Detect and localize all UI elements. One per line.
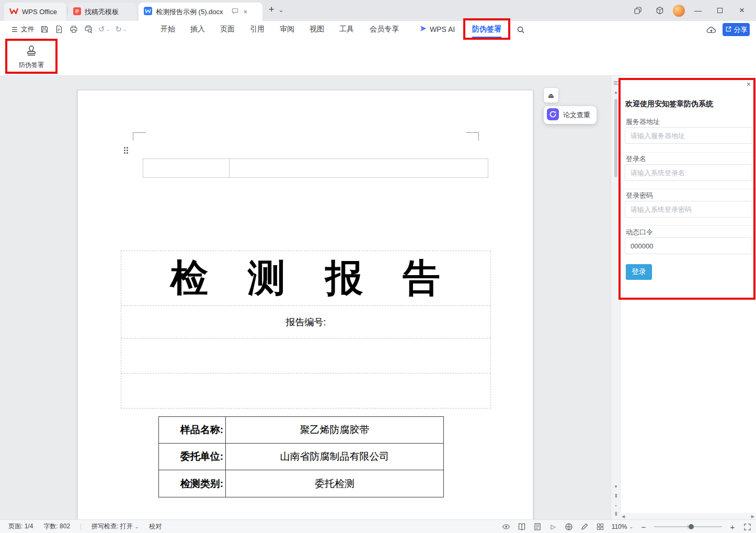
row-value: 委托检测 xyxy=(226,470,443,497)
title-block[interactable]: 检 测 报 告 报告编号: xyxy=(121,251,491,409)
tab-label: 检测报告示例 (5).docx xyxy=(156,7,223,17)
row-label: 委托单位: xyxy=(159,444,226,470)
tab-review[interactable]: 审阅 xyxy=(274,21,300,38)
proofread-button[interactable]: 校对 xyxy=(149,522,162,531)
annotation-box-ribbon-button xyxy=(5,39,58,74)
empty-row[interactable] xyxy=(121,373,490,408)
web-layout-icon[interactable] xyxy=(565,523,574,531)
previous-page-icon[interactable]: ⇞ xyxy=(611,492,621,500)
read-mode-icon[interactable] xyxy=(518,523,526,531)
redo-button[interactable]: ↻ ⌄ xyxy=(115,25,127,34)
save-icon[interactable] xyxy=(40,25,49,34)
panel-horizontal-scrollbar[interactable]: ◀ ▶ xyxy=(620,513,756,519)
file-menu-button[interactable]: ☰ 文件 xyxy=(7,23,39,36)
divider xyxy=(81,524,81,530)
scroll-left-icon[interactable]: ◀ xyxy=(622,514,625,519)
tab-start[interactable]: 开始 xyxy=(155,21,181,38)
word-doc-icon xyxy=(144,7,152,17)
app-center-icon[interactable] xyxy=(651,3,669,18)
scrollbar-thumb[interactable] xyxy=(614,99,617,177)
spellcheck-toggle[interactable]: 拼写检查: 打开 ⌄ xyxy=(91,522,139,531)
tab-page-layout[interactable]: 页面 xyxy=(214,21,240,38)
close-window-button[interactable]: × xyxy=(733,3,751,18)
table-row[interactable]: 委托单位: 山南省防腐制品有限公司 xyxy=(159,444,443,470)
row-label: 检测类别: xyxy=(159,470,226,497)
next-page-icon[interactable]: ⇟ xyxy=(611,510,621,517)
sample-info-table[interactable]: 样品名称: 聚乙烯防腐胶带 委托单位: 山南省防腐制品有限公司 检测类别: 委托… xyxy=(158,416,444,497)
row-value: 山南省防腐制品有限公司 xyxy=(226,444,443,470)
tab-wps-ai[interactable]: WPS AI xyxy=(415,21,460,38)
zoom-level-dropdown[interactable]: 110% ⌄ xyxy=(612,523,633,530)
empty-row[interactable] xyxy=(121,338,490,373)
search-icon[interactable] xyxy=(515,24,526,36)
margin-corner-mark-right xyxy=(466,132,479,141)
redo-icon: ↻ xyxy=(115,25,122,34)
ink-pen-icon[interactable] xyxy=(580,523,589,531)
zoom-in-button[interactable]: + xyxy=(729,523,736,531)
user-avatar[interactable] xyxy=(673,5,685,17)
multi-window-icon[interactable] xyxy=(629,3,647,18)
tab-wps-office-home[interactable]: WPS Office xyxy=(4,3,66,21)
maximize-button[interactable] xyxy=(711,3,729,18)
tab-separator xyxy=(67,7,67,15)
page-indicator[interactable]: 页面: 1/4 xyxy=(8,522,33,531)
tab-active-document[interactable]: 检测报告示例 (5).docx × xyxy=(139,3,262,21)
scroll-right-icon[interactable]: ▶ xyxy=(751,514,754,519)
print-icon[interactable] xyxy=(69,25,78,34)
file-menu-label: 文件 xyxy=(21,25,35,34)
tab-member-exclusive[interactable]: 会员专享 xyxy=(363,21,405,38)
layout-grid-icon[interactable] xyxy=(596,523,605,531)
zoom-level-value: 110% xyxy=(612,523,627,530)
print-preview-icon[interactable] xyxy=(84,25,93,34)
zoom-out-button[interactable]: − xyxy=(640,523,647,531)
margin-corner-mark-left xyxy=(133,132,146,141)
header-table-cell[interactable] xyxy=(230,159,488,177)
word-count[interactable]: 字数: 802 xyxy=(43,522,70,531)
fit-page-icon[interactable] xyxy=(743,523,752,531)
wps-logo-icon xyxy=(9,7,18,17)
tab-close-icon[interactable]: × xyxy=(244,8,248,16)
share-button[interactable]: 分享 xyxy=(723,23,750,36)
share-icon xyxy=(725,26,732,34)
header-table-cell[interactable] xyxy=(143,159,230,177)
minimize-button[interactable]: — xyxy=(689,3,707,18)
document-page[interactable]: 检 测 报 告 报告编号: 样品名称: 聚乙烯防腐胶带 委托单位: 山南省防腐制… xyxy=(77,90,533,519)
document-canvas[interactable]: 检 测 报 告 报告编号: 样品名称: 聚乙烯防腐胶带 委托单位: 山南省防腐制… xyxy=(0,76,611,519)
tab-insert[interactable]: 插入 xyxy=(185,21,211,38)
zoom-slider[interactable] xyxy=(654,523,722,530)
tab-label: WPS Office xyxy=(22,8,57,16)
template-doc-icon xyxy=(73,7,81,17)
new-tab-button[interactable]: + xyxy=(269,4,274,15)
table-row[interactable]: 检测类别: 委托检测 xyxy=(159,470,443,497)
header-table[interactable] xyxy=(143,158,488,178)
zoom-slider-thumb[interactable] xyxy=(689,524,694,529)
zoom-slider-tick xyxy=(688,525,688,529)
comment-bubble-icon[interactable] xyxy=(231,7,239,17)
export-pdf-icon[interactable]: P xyxy=(54,25,64,34)
window-controls: — × xyxy=(629,0,756,21)
tab-template-doc[interactable]: 找稿壳模板 xyxy=(68,3,136,21)
row-label: 样品名称: xyxy=(159,417,226,443)
paper-check-widget[interactable]: 论文查重 xyxy=(544,106,597,124)
browse-object-icon[interactable]: • xyxy=(611,502,621,509)
eye-protection-icon[interactable] xyxy=(502,523,511,531)
tab-view[interactable]: 视图 xyxy=(304,21,330,38)
tab-tools[interactable]: 工具 xyxy=(334,21,360,38)
undo-button[interactable]: ↺ ⌄ xyxy=(98,25,110,34)
scroll-down-icon[interactable]: ▼ xyxy=(611,483,621,490)
fullscreen-play-icon[interactable]: ▷ xyxy=(549,523,558,531)
document-title[interactable]: 检 测 报 告 xyxy=(121,251,490,306)
report-number-row[interactable]: 报告编号: xyxy=(121,306,490,338)
tab-list-chevron-icon[interactable]: ⌄ xyxy=(279,6,284,14)
page-view-icon[interactable] xyxy=(533,523,542,531)
paper-check-icon xyxy=(547,108,559,122)
cloud-upload-icon[interactable] xyxy=(705,24,717,35)
tab-references[interactable]: 引用 xyxy=(244,21,270,38)
hamburger-icon: ☰ xyxy=(12,26,18,33)
annotation-box-login-panel xyxy=(618,78,755,300)
zoom-chevron-icon: ⌄ xyxy=(629,524,633,529)
wps-office-window: WPS Office 找稿壳模板 检测报告示例 (5).docx × + ⌄ xyxy=(0,0,756,533)
table-row[interactable]: 样品名称: 聚乙烯防腐胶带 xyxy=(159,417,443,444)
table-drag-handle-icon[interactable] xyxy=(124,147,129,154)
collapse-panel-button[interactable]: ⏏ xyxy=(544,88,558,103)
